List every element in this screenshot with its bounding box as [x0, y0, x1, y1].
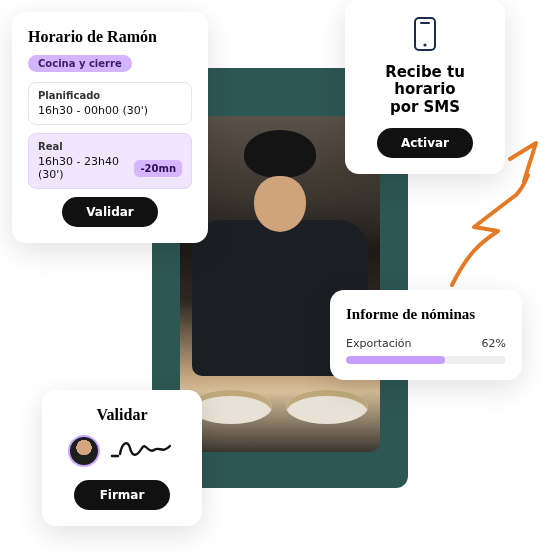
real-box: Real 16h30 - 23h40 (30') -20mn: [28, 133, 192, 189]
sms-title: Recibe tu horario por SMS: [361, 64, 489, 116]
payroll-card: Informe de nóminas Exportación 62%: [330, 290, 522, 380]
signature-icon: [110, 434, 176, 468]
validate-button[interactable]: Validar: [62, 197, 158, 227]
planned-value: 16h30 - 00h00 (30'): [38, 104, 182, 117]
export-label: Exportación: [346, 337, 412, 350]
export-progressbar-fill: [346, 356, 445, 364]
svg-rect-1: [420, 22, 430, 24]
schedule-badge: Cocina y cierre: [28, 55, 132, 72]
real-label: Real: [38, 141, 182, 152]
sign-button[interactable]: Firmar: [74, 480, 170, 510]
schedule-title: Horario de Ramón: [28, 28, 192, 46]
real-delta: -20mn: [134, 160, 182, 177]
avatar: [68, 435, 100, 467]
schedule-card: Horario de Ramón Cocina y cierre Planifi…: [12, 12, 208, 243]
export-progressbar: [346, 356, 506, 364]
planned-box: Planificado 16h30 - 00h00 (30'): [28, 82, 192, 125]
planned-label: Planificado: [38, 90, 182, 101]
svg-point-2: [423, 43, 426, 46]
payroll-title: Informe de nóminas: [346, 306, 506, 323]
sign-card: Validar Firmar: [42, 390, 202, 526]
export-percent: 62%: [482, 337, 506, 350]
sms-title-l2: por SMS: [390, 98, 460, 116]
growth-arrow-icon: [440, 135, 540, 295]
real-value: 16h30 - 23h40 (30'): [38, 155, 126, 181]
phone-icon: [412, 16, 438, 56]
sign-title: Validar: [58, 406, 186, 424]
sms-title-l1: Recibe tu horario: [385, 63, 465, 98]
